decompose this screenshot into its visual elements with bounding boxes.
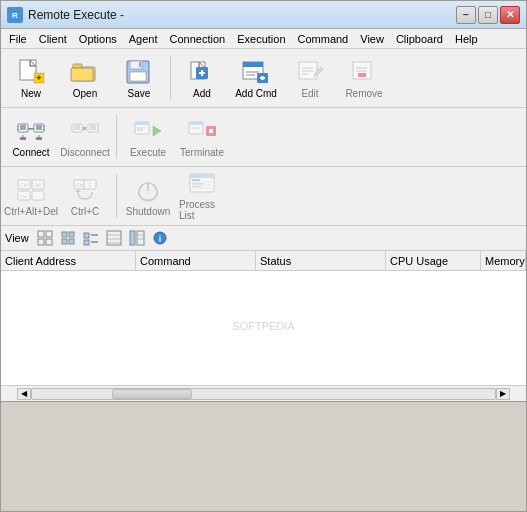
svg-rect-95 — [38, 231, 44, 237]
view-btn-5[interactable] — [126, 228, 148, 248]
new-button[interactable]: + New — [5, 52, 57, 104]
view-btn-2[interactable] — [57, 228, 79, 248]
close-button[interactable]: ✕ — [500, 6, 520, 24]
open-icon — [69, 58, 101, 86]
svg-rect-46 — [36, 125, 42, 130]
execute-button[interactable]: Execute — [122, 111, 174, 163]
svg-rect-55 — [71, 126, 73, 127]
view-btn-3[interactable] — [80, 228, 102, 248]
disconnect-button[interactable]: Disconnect — [59, 111, 111, 163]
svg-text:Ctrl: Ctrl — [76, 182, 84, 188]
svg-rect-111 — [130, 231, 135, 245]
col-header-status: Status — [256, 251, 386, 270]
save-icon — [123, 58, 155, 86]
svg-rect-14 — [139, 62, 141, 67]
svg-rect-103 — [84, 233, 89, 238]
svg-rect-69 — [189, 122, 203, 125]
svg-rect-105 — [84, 240, 89, 245]
svg-rect-102 — [69, 239, 74, 244]
scrollbar-thumb[interactable] — [112, 389, 192, 399]
view-btn-4[interactable] — [103, 228, 125, 248]
view-btn-1[interactable] — [34, 228, 56, 248]
svg-text:Del: Del — [21, 194, 27, 199]
svg-text:C: C — [88, 182, 92, 188]
svg-rect-101 — [62, 239, 67, 244]
toolbar-section-execute: Execute Terminate — [122, 111, 228, 163]
svg-rect-64 — [135, 122, 149, 125]
maximize-button[interactable]: □ — [478, 6, 498, 24]
menu-connection[interactable]: Connection — [164, 31, 232, 47]
title-bar: R Remote Execute - − □ ✕ — [1, 1, 526, 29]
svg-rect-93 — [192, 183, 204, 185]
processlist-button[interactable]: Process List — [176, 170, 228, 222]
svg-rect-48 — [43, 129, 45, 130]
toolbar-section-file: + New Open — [5, 52, 165, 104]
horizontal-scrollbar-area: ◀ ▶ — [1, 385, 526, 401]
svg-rect-94 — [192, 186, 201, 188]
svg-text:+: + — [36, 73, 41, 83]
svg-rect-23 — [243, 62, 263, 67]
col-header-command: Command — [136, 251, 256, 270]
menu-bar: File Client Options Agent Connection Exe… — [1, 29, 526, 49]
edit-icon — [294, 58, 326, 86]
svg-rect-52 — [36, 137, 42, 140]
new-icon: + — [15, 58, 47, 86]
remove-icon — [348, 58, 380, 86]
svg-rect-59 — [97, 126, 99, 127]
ctrlc-icon: Ctrl C — [69, 176, 101, 204]
edit-button[interactable]: Edit — [284, 52, 336, 104]
add-icon — [186, 58, 218, 86]
ctrlaltdel-button[interactable]: Ctrl Alt Del Ctrl+Alt+Del — [5, 170, 57, 222]
svg-rect-96 — [46, 231, 52, 237]
svg-rect-92 — [192, 179, 200, 181]
toolbar-connection: Connect — [1, 108, 526, 167]
menu-file[interactable]: File — [3, 31, 33, 47]
toolbar-section-keys: Ctrl Alt Del Ctrl+Alt+Del Ctrl C — [5, 170, 111, 222]
open-button[interactable]: Open — [59, 52, 111, 104]
horizontal-scrollbar[interactable] — [31, 388, 496, 400]
col-header-memory: Memory — [481, 251, 526, 270]
toolbar-section-connect: Connect — [5, 111, 111, 163]
remove-button[interactable]: Remove — [338, 52, 390, 104]
ctrlc-button[interactable]: Ctrl C Ctrl+C — [59, 170, 111, 222]
terminate-icon — [186, 117, 218, 145]
col-header-cpu: CPU Usage — [386, 251, 481, 270]
menu-clipboard[interactable]: Clipboard — [390, 31, 449, 47]
svg-rect-54 — [74, 125, 80, 130]
menu-help[interactable]: Help — [449, 31, 484, 47]
add-cmd-button[interactable]: Add Cmd — [230, 52, 282, 104]
svg-rect-98 — [46, 239, 52, 245]
view-btn-info[interactable]: i — [149, 228, 171, 248]
add-cmd-icon — [240, 58, 272, 86]
add-button[interactable]: Add — [176, 52, 228, 104]
shutdown-button[interactable]: Shutdown — [122, 170, 174, 222]
svg-rect-100 — [69, 232, 74, 237]
save-button[interactable]: Save — [113, 52, 165, 104]
terminate-button[interactable]: Terminate — [176, 111, 228, 163]
window-controls: − □ ✕ — [456, 6, 520, 24]
svg-rect-56 — [71, 129, 73, 130]
svg-rect-44 — [28, 128, 34, 130]
toolbar-file: + New Open — [1, 49, 526, 108]
svg-rect-60 — [97, 129, 99, 130]
scroll-right-button[interactable]: ▶ — [496, 388, 510, 400]
svg-text:Ctrl: Ctrl — [20, 182, 28, 188]
svg-rect-37 — [358, 73, 366, 77]
svg-rect-112 — [137, 231, 144, 245]
menu-view[interactable]: View — [354, 31, 390, 47]
toolbar-actions: Ctrl Alt Del Ctrl+Alt+Del Ctrl C — [1, 167, 526, 226]
svg-rect-99 — [62, 232, 67, 237]
svg-rect-13 — [130, 72, 146, 81]
disconnect-icon — [69, 117, 101, 145]
connect-button[interactable]: Connect — [5, 111, 57, 163]
scroll-left-button[interactable]: ◀ — [17, 388, 31, 400]
window-title: Remote Execute - — [28, 8, 456, 22]
minimize-button[interactable]: − — [456, 6, 476, 24]
menu-command[interactable]: Command — [292, 31, 355, 47]
view-label: View — [5, 232, 29, 244]
menu-options[interactable]: Options — [73, 31, 123, 47]
menu-execution[interactable]: Execution — [231, 31, 291, 47]
menu-agent[interactable]: Agent — [123, 31, 164, 47]
svg-rect-51 — [20, 137, 26, 140]
menu-client[interactable]: Client — [33, 31, 73, 47]
